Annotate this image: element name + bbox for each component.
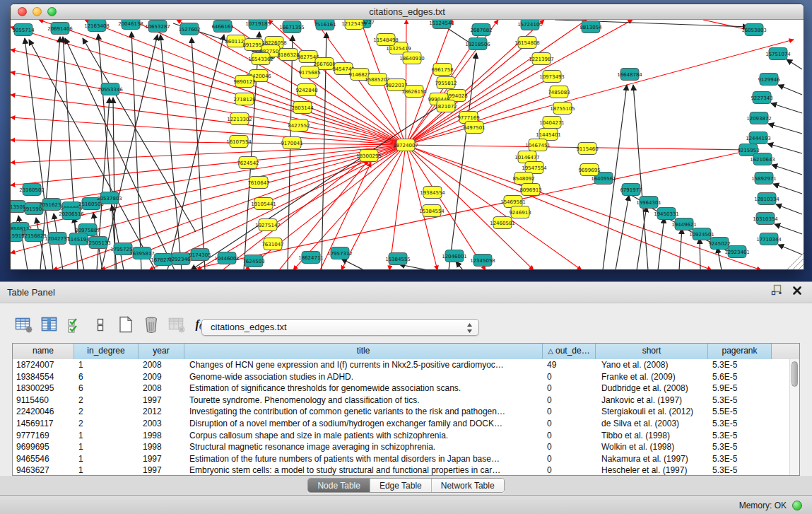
- table-cell[interactable]: Disruption of a novel member of a sodium…: [184, 418, 543, 430]
- table-cell[interactable]: Stergiakouli et al. (2012): [596, 406, 708, 418]
- table-cell[interactable]: 1997: [139, 453, 184, 465]
- graph-node[interactable]: 12125439: [341, 20, 367, 30]
- graph-node[interactable]: 9246913: [509, 206, 531, 218]
- graph-node[interactable]: 15384555: [385, 253, 411, 265]
- graph-node[interactable]: 18624711: [298, 252, 324, 264]
- graph-node[interactable]: 12156829: [21, 230, 47, 242]
- table-cell[interactable]: 1: [74, 359, 139, 371]
- graph-edge[interactable]: [456, 262, 463, 269]
- graph-edge[interactable]: [11, 27, 406, 145]
- delete-column-icon[interactable]: [141, 315, 160, 334]
- graph-node[interactable]: 2718120: [233, 93, 255, 105]
- table-cell[interactable]: 1998: [139, 441, 184, 453]
- toggle-rows-icon[interactable]: [90, 315, 110, 334]
- graph-node[interactable]: 8813054: [579, 21, 602, 33]
- graph-edge[interactable]: [778, 85, 802, 95]
- graph-node[interactable]: 10973493: [539, 71, 565, 83]
- graph-node[interactable]: 12923461: [724, 246, 750, 258]
- graph-node[interactable]: 16053803: [741, 24, 767, 36]
- table-cell[interactable]: 5.3E-5: [708, 359, 772, 371]
- table-cell[interactable]: 18724007: [13, 359, 74, 371]
- graph-node[interactable]: 9175685: [298, 66, 320, 78]
- table-vertical-scrollbar[interactable]: [789, 359, 799, 475]
- tab-node-table[interactable]: Node Table: [308, 479, 370, 492]
- graph-node[interactable]: 12213302: [227, 113, 252, 125]
- table-cell[interactable]: 2012: [139, 406, 184, 418]
- graph-edge[interactable]: [389, 145, 406, 269]
- table-row[interactable]: 977716911998Corpus callosum shape and si…: [13, 430, 799, 442]
- graph-node[interactable]: 1527602: [178, 23, 200, 35]
- graph-node[interactable]: 20206516: [59, 208, 84, 220]
- column-header-name[interactable]: name: [13, 344, 74, 359]
- column-header-title[interactable]: title: [184, 344, 543, 359]
- table-row[interactable]: 946362711997Embryonic stem cells: a mode…: [13, 465, 799, 476]
- graph-node[interactable]: 17957312: [327, 247, 353, 259]
- graph-node[interactable]: 7610647: [247, 177, 269, 189]
- graph-node[interactable]: 20553346: [98, 83, 123, 95]
- table-row[interactable]: 969969511998Structural magnetic resonanc…: [13, 441, 799, 453]
- graph-node[interactable]: 10653287: [145, 21, 170, 33]
- graph-edge[interactable]: [197, 145, 406, 269]
- table-cell[interactable]: 22420046: [13, 406, 74, 418]
- table-cell[interactable]: 1: [74, 453, 139, 465]
- table-cell[interactable]: 0: [543, 382, 596, 395]
- table-cell[interactable]: 1998: [139, 430, 184, 442]
- graph-node[interactable]: 8186328: [277, 49, 299, 61]
- graph-node[interactable]: 19105441: [251, 198, 276, 210]
- table-cell[interactable]: 5.9E-5: [708, 382, 772, 395]
- table-cell[interactable]: 1: [74, 441, 139, 453]
- graph-node[interactable]: 8427552: [288, 119, 310, 132]
- graph-node[interactable]: 15964301: [636, 197, 661, 209]
- graph-edge[interactable]: [616, 195, 629, 269]
- show-columns-icon[interactable]: [40, 315, 59, 334]
- graph-node[interactable]: 15724101: [517, 20, 543, 30]
- table-cell[interactable]: 0: [543, 395, 596, 407]
- graph-node[interactable]: 10146477: [514, 151, 540, 163]
- table-cell[interactable]: Changes of HCN gene expression and I(f) …: [184, 359, 543, 371]
- graph-node[interactable]: 20537803: [97, 192, 122, 204]
- table-cell[interactable]: Hescheler et al. (1997): [596, 465, 708, 476]
- table-cell[interactable]: Nakamura et al. (1997): [596, 453, 708, 465]
- table-cell[interactable]: Corpus callosum shape and size in male p…: [184, 430, 543, 442]
- table-cell[interactable]: 49: [543, 359, 596, 371]
- graph-node[interactable]: 16671355: [279, 21, 305, 33]
- graph-node[interactable]: 12345058: [470, 255, 495, 267]
- graph-node[interactable]: 12810334: [754, 193, 779, 205]
- graph-node[interactable]: 6791977: [620, 184, 642, 196]
- graph-edge[interactable]: [633, 85, 648, 269]
- table-cell[interactable]: Wolkin et al. (1998): [596, 441, 708, 453]
- table-cell[interactable]: 5.6E-5: [708, 371, 772, 383]
- graph-edge[interactable]: [772, 165, 802, 175]
- table-cell[interactable]: 2008: [139, 359, 184, 371]
- table-cell[interactable]: 0: [543, 441, 596, 453]
- graph-node[interactable]: 9129946: [758, 74, 780, 86]
- graph-node[interactable]: 8548092: [512, 173, 534, 185]
- graph-node[interactable]: 10446001: [214, 252, 240, 264]
- graph-node[interactable]: 20691406: [47, 23, 73, 35]
- graph-node[interactable]: 9170041: [281, 137, 302, 149]
- table-cell[interactable]: 2: [74, 406, 139, 418]
- graph-node[interactable]: 12163408: [84, 20, 110, 32]
- table-cell[interactable]: Structural magnetic resonance image aver…: [184, 441, 543, 453]
- create-column-icon[interactable]: [116, 315, 135, 334]
- graph-edge[interactable]: [11, 72, 406, 145]
- table-row[interactable]: 1456911722003Disruption of a novel membe…: [13, 418, 799, 430]
- graph-node[interactable]: 18755105: [550, 103, 575, 115]
- table-cell[interactable]: Tourette syndrome. Phenomenology and cla…: [184, 395, 543, 407]
- graph-edge[interactable]: [160, 35, 182, 269]
- table-cell[interactable]: 2: [74, 395, 139, 407]
- table-cell[interactable]: Jankovic et al. (1997): [596, 395, 708, 407]
- table-cell[interactable]: 6: [74, 371, 139, 383]
- table-cell[interactable]: 6: [74, 382, 139, 395]
- graph-node[interactable]: 7955812: [435, 77, 457, 89]
- graph-node[interactable]: 9242848: [295, 84, 317, 96]
- table-selector-dropdown[interactable]: citations_edges.txt: [201, 319, 479, 336]
- graph-node[interactable]: 19218506: [465, 38, 490, 50]
- column-header-year[interactable]: year: [139, 344, 184, 359]
- graph-edge[interactable]: [717, 247, 722, 269]
- graph-edge[interactable]: [767, 144, 802, 153]
- graph-edge[interactable]: [776, 204, 802, 214]
- table-row[interactable]: 1938455462009Genome-wide association stu…: [13, 371, 799, 383]
- table-cell[interactable]: 0: [543, 430, 596, 442]
- graph-node[interactable]: 10310354: [753, 213, 778, 225]
